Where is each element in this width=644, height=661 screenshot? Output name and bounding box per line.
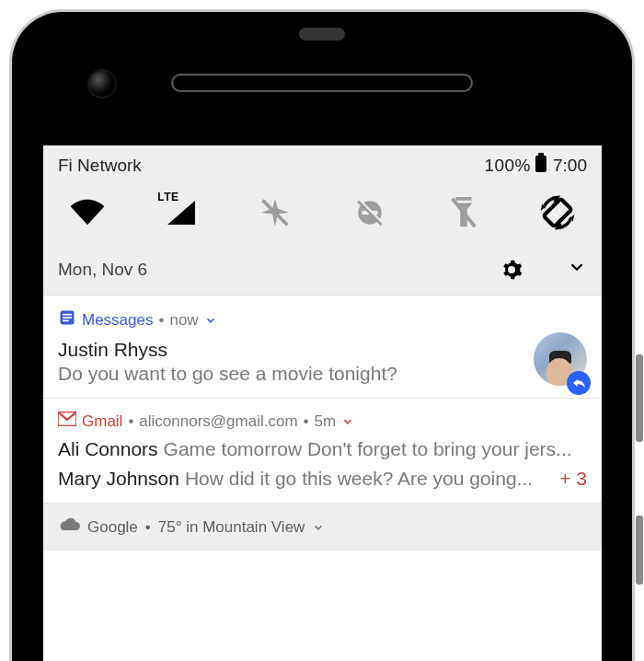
carrier-label: Fi Network [58,156,142,176]
separator: • [158,311,164,330]
separator: • [304,412,309,431]
screen: Fi Network 100% 7:00 LTE [43,145,602,661]
chevron-down-icon[interactable] [204,314,217,327]
gmail-from-0: Ali Connors [58,438,158,460]
earpiece-speaker [171,74,473,92]
svg-rect-13 [63,320,69,322]
svg-rect-7 [455,201,471,203]
svg-rect-0 [535,156,546,172]
separator: • [145,518,151,537]
svg-rect-1 [538,153,544,157]
messages-icon [58,308,76,331]
flashlight-tile[interactable] [442,194,486,231]
battery-percent: 100% [484,156,531,176]
gmail-snippet-0: Game tomorrow Don't forget to bring your… [164,438,587,460]
chevron-down-icon[interactable] [312,521,325,534]
gmail-row-1: Mary Johnson How did it go this week? Ar… [58,468,587,490]
svg-rect-11 [63,314,72,316]
notification-gmail[interactable]: Gmail • aliconnors@gmail.com • 5m Ali Co… [43,399,602,504]
svg-rect-12 [63,317,72,319]
messages-sender: Justin Rhyss [58,339,587,361]
weather-app-name: Google [87,518,138,537]
do-not-disturb-tile[interactable] [348,194,392,231]
lte-label: LTE [157,191,178,203]
gmail-snippet-1: How did it go this week? Are you going..… [185,468,550,490]
messages-when: now [169,311,198,330]
battery-icon [535,153,547,178]
notification-messages[interactable]: Messages • now Justin Rhyss Do you want … [43,296,602,399]
messages-app-name: Messages [82,311,153,330]
cloud-icon [58,516,80,538]
gmail-row-0: Ali Connors Game tomorrow Don't forget t… [58,438,587,460]
notification-weather[interactable]: Google • 75° in Mountain View [43,504,602,551]
reply-button[interactable] [567,371,591,395]
cellular-tile[interactable]: LTE [159,194,203,231]
gmail-app-name: Gmail [82,412,122,431]
settings-button[interactable] [500,259,523,281]
quick-settings-panel: Fi Network 100% 7:00 LTE [43,145,602,296]
gmail-icon [58,412,76,431]
top-notch [299,28,345,41]
expand-button[interactable] [567,257,587,282]
gmail-when: 5m [315,412,337,431]
auto-rotate-tile[interactable] [535,194,580,231]
wifi-tile[interactable] [65,194,109,231]
clock: 7:00 [553,156,587,176]
status-bar: Fi Network 100% 7:00 [43,145,602,183]
date-row: Mon, Nov 6 [43,248,602,295]
weather-summary: 75° in Mountain View [158,518,305,537]
airplane-mode-tile[interactable] [253,194,297,231]
chevron-down-icon[interactable] [341,415,354,428]
gmail-account: aliconnors@gmail.com [139,412,297,431]
gmail-from-1: Mary Johnson [58,468,179,490]
separator: • [128,412,133,431]
front-camera [87,69,117,99]
messages-body: Do you want to go see a movie tonight? [58,363,587,385]
quick-settings-tiles: LTE [43,183,602,248]
date-label: Mon, Nov 6 [58,260,147,280]
gmail-overflow: + 3 [559,468,587,490]
